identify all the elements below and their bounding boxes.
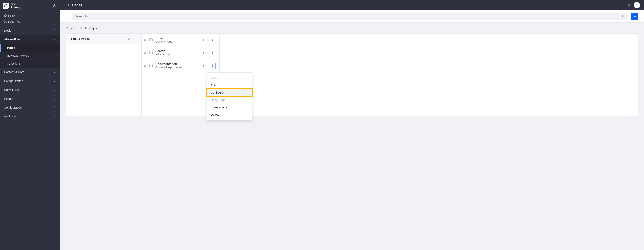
svg-point-18 [636, 4, 638, 5]
page-title: Pages [72, 3, 624, 7]
user-avatar[interactable] [634, 2, 640, 8]
svg-point-48 [144, 65, 145, 65]
svg-point-34 [212, 39, 213, 39]
nav-section-design[interactable]: Design [0, 26, 60, 35]
expand-button[interactable] [134, 37, 138, 40]
search-field[interactable] [72, 13, 628, 20]
svg-rect-11 [630, 4, 630, 4]
svg-rect-10 [629, 4, 629, 4]
row-more-button[interactable] [210, 37, 216, 43]
svg-point-39 [144, 52, 145, 53]
chevron-right-icon [53, 29, 56, 32]
nav-sub-item-pages[interactable]: Pages [0, 44, 60, 52]
page-row[interactable]: HomeContent Page [142, 33, 220, 46]
svg-rect-12 [628, 5, 628, 5]
toolbar [60, 10, 644, 22]
nav-sub-item-navigation-menus[interactable]: Navigation Menus [0, 52, 60, 60]
site-logo-icon [3, 3, 9, 9]
compass-button[interactable] [52, 3, 58, 9]
page-name: Home [155, 36, 198, 40]
chevron-right-icon [53, 97, 56, 100]
breadcrumb-root[interactable]: Pages [66, 26, 74, 30]
nav-section-label: Site Builder [4, 38, 20, 41]
chevron-right-icon [53, 106, 56, 109]
add-child-button[interactable] [200, 63, 207, 69]
select-all-checkbox[interactable] [66, 15, 69, 18]
svg-rect-17 [630, 6, 630, 6]
page-type: Content Page [155, 40, 198, 44]
add-page-button[interactable] [121, 37, 124, 40]
menu-item-delete[interactable]: Delete [207, 111, 252, 118]
svg-point-35 [212, 40, 213, 40]
row-info: SearchWidget Page [155, 49, 198, 56]
drag-handle-icon[interactable] [144, 64, 147, 67]
nav-section-content-data[interactable]: Content & Data [0, 67, 60, 76]
nav-section-label: Publishing [4, 115, 18, 118]
svg-rect-15 [628, 6, 628, 6]
page-name: Documentation [155, 62, 198, 66]
menu-item-copy-page: Copy Page [207, 96, 252, 103]
nav-section-label: Content & Data [4, 70, 24, 74]
svg-rect-9 [628, 4, 628, 4]
svg-point-38 [145, 52, 146, 52]
svg-point-2 [53, 4, 56, 7]
row-checkbox[interactable] [150, 38, 152, 41]
svg-point-50 [144, 66, 145, 66]
configure-button[interactable] [128, 37, 131, 40]
svg-point-49 [145, 65, 146, 65]
svg-marker-3 [54, 5, 55, 6]
nav-section-categorization[interactable]: Categorization [0, 76, 60, 85]
svg-rect-14 [630, 5, 630, 5]
menu-item-configure[interactable]: Configure [207, 89, 252, 96]
svg-point-56 [212, 65, 213, 65]
site-name: Liferay [11, 6, 49, 9]
row-checkbox[interactable] [150, 64, 152, 67]
svg-point-42 [145, 53, 146, 54]
svg-point-46 [212, 52, 213, 53]
tree-icon [4, 20, 7, 23]
main: Pages Pages Public [60, 0, 644, 250]
panel-toggle-icon[interactable] [66, 3, 69, 7]
chevron-right-icon [53, 88, 56, 91]
nav-section-site-builder[interactable]: Site Builder [0, 35, 60, 44]
svg-line-20 [624, 16, 625, 17]
svg-point-30 [144, 40, 145, 41]
menu-item-view: View [207, 74, 252, 82]
nav-section-recycle-bin[interactable]: Recycle Bin [0, 85, 60, 94]
new-button[interactable] [631, 13, 638, 20]
svg-point-53 [145, 66, 146, 67]
menu-item-edit[interactable]: Edit [207, 82, 252, 89]
quick-link-page-tree[interactable]: Page Tree [0, 19, 60, 24]
row-checkbox[interactable] [150, 51, 152, 54]
svg-point-41 [144, 53, 145, 54]
svg-point-31 [145, 40, 146, 41]
svg-point-36 [212, 41, 213, 41]
nav-section-configuration[interactable]: Configuration [0, 103, 60, 112]
svg-point-40 [145, 52, 146, 53]
svg-rect-13 [629, 5, 629, 5]
status-badge: DRAFT [174, 66, 183, 69]
chevron-right-icon [53, 79, 56, 82]
svg-point-57 [212, 66, 213, 66]
nav-section-people[interactable]: People [0, 94, 60, 103]
search-input[interactable] [75, 15, 622, 18]
drag-handle-icon[interactable] [144, 51, 147, 54]
add-child-button[interactable] [200, 49, 207, 56]
column-primary: Public Pages [66, 33, 142, 116]
row-more-button[interactable] [210, 49, 216, 56]
svg-point-47 [212, 53, 213, 54]
menu-item-permissions[interactable]: Permissions [207, 103, 252, 111]
page-row[interactable]: SearchWidget Page [142, 46, 220, 59]
nav-sub-item-collections[interactable]: Collections [0, 60, 60, 67]
apps-icon[interactable] [628, 3, 630, 7]
row-more-button[interactable] [210, 63, 216, 69]
drag-handle-icon[interactable] [144, 38, 147, 41]
svg-point-26 [144, 39, 145, 39]
svg-point-19 [622, 15, 624, 17]
quick-link-home[interactable]: Home [0, 13, 60, 19]
column-header: Public Pages [66, 33, 141, 44]
nav-section-publishing[interactable]: Publishing [0, 112, 60, 121]
page-row[interactable]: DocumentationContent Page DRAFT [142, 59, 220, 72]
add-child-button[interactable] [200, 37, 207, 43]
miller-columns: Public Pages HomeContent PageSearchWidge… [66, 33, 638, 116]
